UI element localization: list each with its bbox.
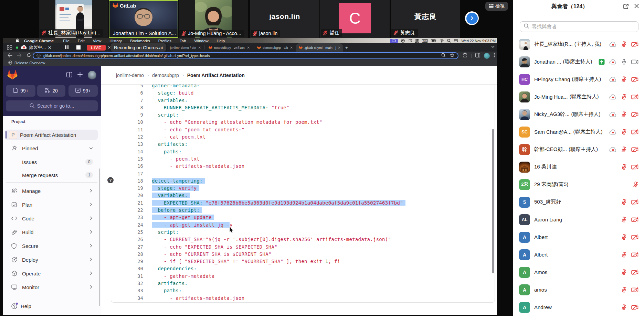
recording-pause-icon[interactable]	[65, 45, 68, 49]
camera-off-icon[interactable]	[631, 287, 638, 293]
participant-row[interactable]: AAndrew	[513, 298, 644, 316]
menubar-menu-file[interactable]: File	[63, 39, 70, 43]
line-number[interactable]: 12	[111, 133, 148, 141]
chrome-menu-icon[interactable]	[494, 53, 495, 59]
camera-off-icon[interactable]	[631, 270, 638, 275]
screen-sharing-indicator-icon[interactable]	[390, 39, 398, 43]
tab-recording[interactable]: 錄製中... ✕	[21, 43, 51, 52]
menubar-menu-edit[interactable]: Edit	[78, 39, 85, 43]
tab-close-icon[interactable]: ✕	[338, 46, 341, 50]
camera-off-icon[interactable]	[631, 129, 638, 135]
mic-muted-icon[interactable]	[621, 252, 627, 258]
participant-row[interactable]: 2宋29 宋岡諺(菁5)	[513, 176, 644, 193]
sidebar-item-operate[interactable]: Operate	[5, 266, 98, 280]
participant-row[interactable]: Aamos	[513, 281, 644, 298]
bookmark-star-icon[interactable]	[450, 53, 454, 58]
question-bubble-icon[interactable]: ?	[107, 177, 114, 183]
line-number[interactable]: 9	[111, 111, 148, 119]
menubar-clock[interactable]: Wed 22 Nov 9:03 PM	[461, 39, 496, 43]
next-participants-button[interactable]	[465, 11, 479, 25]
zoom-icon[interactable]	[441, 53, 446, 58]
line-number[interactable]: 22	[111, 207, 148, 214]
line-number[interactable]: 32	[111, 280, 148, 287]
line-number[interactable]: 20	[111, 192, 148, 199]
view-button[interactable]: 檢視	[485, 2, 508, 11]
mic-muted-icon[interactable]	[621, 129, 627, 135]
line-number[interactable]: 6	[111, 89, 148, 97]
participant-row[interactable]: AAlbert	[513, 246, 644, 263]
participant-row[interactable]: SCSam Chan@A...(聯席主持人)	[513, 123, 644, 141]
video-tile[interactable]: 社長_林家瑋(Ray Lin)...	[39, 0, 108, 38]
participant-row[interactable]: Jo-Ming Hua...(聯席主持人)	[513, 88, 644, 106]
line-number[interactable]: 18	[111, 177, 148, 185]
sidebar-toggle-icon[interactable]	[66, 72, 72, 79]
breadcrumb-project[interactable]: Poem Artifact Attestation	[187, 73, 245, 78]
camera-off-icon[interactable]	[631, 252, 638, 258]
mic-muted-icon[interactable]	[633, 182, 638, 187]
line-number[interactable]: 7	[111, 97, 148, 104]
tab-close-icon[interactable]: ✕	[247, 46, 250, 50]
mic-muted-icon[interactable]	[621, 111, 627, 117]
line-number[interactable]: 19	[111, 185, 148, 192]
forward-icon[interactable]	[17, 53, 22, 59]
sidebar-scrollbar[interactable]	[99, 168, 100, 306]
back-icon[interactable]	[8, 53, 12, 59]
recording-close-icon[interactable]: ✕	[108, 45, 111, 50]
recording-stop-icon[interactable]	[76, 45, 81, 50]
line-number[interactable]: 30	[111, 265, 148, 272]
address-bar[interactable]: gitlab.com/jonlimr-demo/demosubgrp/poem-…	[33, 52, 458, 59]
video-tile[interactable]: jason.linjason.lin	[250, 0, 319, 38]
user-avatar[interactable]	[88, 71, 96, 79]
extensions-icon[interactable]	[463, 53, 467, 59]
sidebar-item-monitor[interactable]: Monitor	[5, 280, 98, 294]
control-center-icon[interactable]	[454, 39, 458, 42]
mic-muted-icon[interactable]	[621, 234, 627, 240]
participant-row[interactable]: Jonathan ...(聯席主持人)	[513, 53, 644, 70]
breadcrumb-subgroup[interactable]: demosubgrp	[152, 73, 179, 78]
line-number[interactable]: 13	[111, 141, 148, 148]
sidebar-item-help[interactable]: Help	[5, 299, 98, 313]
camera-off-icon[interactable]	[631, 235, 638, 240]
line-number[interactable]: 31	[111, 273, 148, 280]
todos-counter-pill[interactable]: 99+	[68, 85, 98, 97]
line-number[interactable]: 23	[111, 214, 148, 221]
sidebar-item-secure[interactable]: Secure	[5, 239, 98, 253]
camera-off-icon[interactable]	[631, 199, 638, 205]
mic-muted-icon[interactable]	[621, 76, 627, 82]
browser-tab[interactable]: .gitlab-ci.yml · main · jonlimr✕	[296, 43, 343, 52]
close-panel-icon[interactable]	[634, 3, 639, 10]
url-text[interactable]: gitlab.com/jonlimr-demo/demosubgrp/poem-…	[43, 54, 210, 58]
create-new-icon[interactable]	[77, 72, 83, 78]
side-panel-icon[interactable]	[475, 53, 480, 59]
video-tile[interactable]: 黃志良黃志良	[391, 0, 460, 38]
line-number[interactable]: 25	[111, 229, 148, 236]
sidebar-item-plan[interactable]: Plan	[5, 198, 98, 211]
camera-off-icon[interactable]	[631, 112, 638, 117]
line-number[interactable]: 28	[111, 251, 148, 258]
gitlab-logo-icon[interactable]	[7, 70, 18, 81]
menubar-menu-view[interactable]: View	[93, 39, 102, 43]
line-number[interactable]: 29	[111, 258, 148, 265]
browser-tab[interactable]: jonlimr-demo / demosu✕	[167, 43, 203, 52]
participant-row[interactable]: 幹幹部-CEO顧...(聯席主持人)	[513, 141, 644, 158]
line-number[interactable]: 10	[111, 119, 148, 126]
menubar-menu-window[interactable]: Window	[194, 39, 209, 43]
line-number[interactable]: 14	[111, 148, 148, 155]
bookmark-release-overview[interactable]: Release Overview	[8, 61, 45, 65]
camera-off-icon[interactable]	[631, 42, 638, 47]
camera-on-icon[interactable]	[631, 59, 638, 65]
line-number[interactable]: 11	[111, 126, 148, 133]
video-tile[interactable]: C哲任	[320, 0, 390, 38]
browser-tab[interactable]: notes/db.py - 24ff1847aa70c✕	[206, 43, 252, 52]
chrome-profile-avatar[interactable]	[484, 53, 490, 59]
tab-close-icon[interactable]: ✕	[198, 46, 201, 50]
line-number[interactable]: 15	[111, 155, 148, 163]
sidebar-item-code[interactable]: Code	[5, 211, 98, 225]
reload-icon[interactable]	[27, 53, 31, 59]
mic-muted-icon[interactable]	[621, 94, 627, 100]
spotlight-icon[interactable]	[447, 39, 451, 43]
camera-off-icon[interactable]	[631, 77, 638, 82]
browser-tab[interactable]: demosubgrp · GitLab✕	[254, 43, 295, 52]
line-number[interactable]: 21	[111, 199, 148, 207]
status-books-icon[interactable]	[415, 39, 419, 43]
